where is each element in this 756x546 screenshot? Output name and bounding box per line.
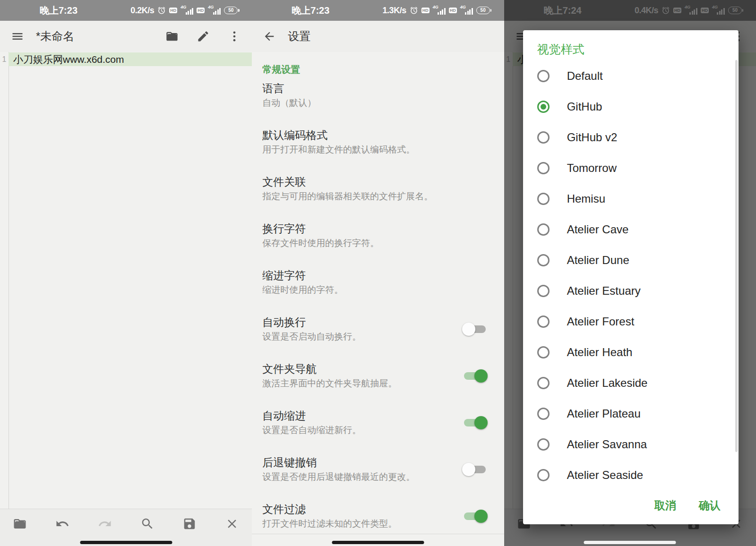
code-line-1[interactable]: 1 小刀娱乐网www.x6d.com [0, 52, 252, 66]
gutter-divider [9, 52, 9, 509]
line-number: 1 [0, 55, 9, 64]
hd-icon: HD [421, 8, 430, 13]
style-option[interactable]: Tomorrow [523, 153, 739, 183]
save-icon [182, 517, 197, 531]
search-button[interactable] [140, 517, 155, 531]
radio-button[interactable] [537, 469, 550, 481]
panel-settings: 晚上7:23 1.3K/s HD 4G HD 4G 50 设置 常规设置 [252, 0, 504, 546]
style-option[interactable]: Atelier Seaside [523, 460, 739, 490]
pencil-icon [197, 30, 210, 43]
settings-item-title: 缩进字符 [262, 268, 486, 283]
radio-button[interactable] [537, 316, 550, 328]
toggle-switch[interactable] [463, 370, 487, 382]
status-bar: 晚上7:23 0.2K/s HD 4G HD 4G 50 [0, 0, 252, 21]
toggle-switch[interactable] [463, 511, 487, 522]
settings-item-subtitle: 保存文件时使用的换行字符。 [262, 237, 486, 249]
settings-item[interactable]: 缩进字符 缩进时使用的字符。 [252, 263, 504, 309]
cancel-button[interactable]: 取消 [654, 498, 676, 513]
settings-item[interactable]: 换行字符 保存文件时使用的换行字符。 [252, 216, 504, 263]
radio-button[interactable] [537, 254, 550, 266]
network-speed: 1.3K/s [383, 6, 406, 16]
settings-item[interactable]: 默认编码格式 用于打开和新建文件的默认编码格式。 [252, 122, 504, 169]
edit-mode-button[interactable] [196, 29, 210, 43]
settings-list-container: 常规设置 语言 自动（默认） 默认编码格式 用于打开和新建文件的默认编码格式。 [252, 52, 504, 546]
radio-button[interactable] [537, 193, 550, 205]
style-option[interactable]: Atelier Dune [523, 245, 739, 275]
battery-icon: 50 [224, 7, 238, 14]
radio-button[interactable] [537, 70, 550, 82]
dialog-scrollbar[interactable] [735, 60, 738, 452]
settings-item-title: 文件夹导航 [262, 362, 486, 376]
settings-item[interactable]: 文件夹导航 激活主界面中的文件夹导航抽屉。 [252, 356, 504, 403]
settings-item-title: 默认编码格式 [262, 128, 486, 143]
hamburger-icon [11, 30, 24, 43]
radio-button[interactable] [537, 285, 550, 297]
settings-item[interactable]: 语言 自动（默认） [252, 76, 504, 122]
style-option[interactable]: Atelier Savanna [523, 429, 739, 460]
open-file-button[interactable] [165, 29, 179, 43]
style-option[interactable]: Atelier Forest [523, 306, 739, 337]
style-option[interactable]: Atelier Heath [523, 337, 739, 367]
settings-item-subtitle: 打开文件时过滤未知的文件类型。 [262, 518, 486, 530]
signal-icon-sim1: 4G [180, 6, 193, 15]
alarm-icon [410, 6, 418, 15]
settings-item-title: 后退键撤销 [262, 455, 486, 470]
gesture-bar[interactable] [584, 541, 676, 544]
style-option[interactable]: Atelier Estuary [523, 275, 739, 306]
style-option-label: Atelier Lakeside [567, 376, 648, 390]
settings-item-subtitle: 激活主界面中的文件夹导航抽屉。 [262, 377, 486, 390]
radio-button[interactable] [537, 101, 550, 113]
close-button[interactable] [225, 517, 239, 531]
settings-item[interactable]: 文件关联 指定与可用的编辑器相关联的文件扩展名。 [252, 169, 504, 216]
three-screenshot-strip: 晚上7:23 0.2K/s HD 4G HD 4G 50 *未命名 [0, 0, 756, 546]
document-title: *未命名 [36, 29, 74, 44]
settings-item-title: 文件过滤 [262, 502, 486, 517]
search-icon [140, 517, 155, 531]
settings-item[interactable]: 文件过滤 打开文件时过滤未知的文件类型。 [252, 496, 504, 543]
dialog-title: 视觉样式 [537, 42, 584, 57]
radio-button[interactable] [537, 162, 550, 174]
style-option[interactable]: Hemisu [523, 183, 739, 214]
radio-button[interactable] [537, 408, 550, 420]
alarm-icon [157, 6, 166, 15]
settings-item-subtitle: 自动（默认） [262, 97, 486, 109]
settings-item-title: 换行字符 [262, 222, 486, 236]
style-option-label: Tomorrow [567, 162, 617, 175]
settings-item[interactable]: 后退键撤销 设置是否使用后退键撤销最近的更改。 [252, 450, 504, 496]
hd-icon: HD [169, 8, 177, 13]
radio-button[interactable] [537, 346, 550, 358]
style-option[interactable]: Atelier Lakeside [523, 367, 739, 398]
settings-item-subtitle: 指定与可用的编辑器相关联的文件扩展名。 [262, 190, 486, 203]
redo-button[interactable] [98, 517, 112, 531]
settings-item-title: 自动缩进 [262, 409, 486, 423]
menu-button[interactable] [10, 29, 25, 43]
style-option[interactable]: GitHub [523, 91, 739, 122]
toggle-switch[interactable] [463, 324, 487, 335]
gesture-bar[interactable] [80, 541, 172, 544]
overflow-menu-button[interactable] [227, 29, 241, 43]
open-file-button[interactable] [13, 517, 27, 531]
style-option[interactable]: Atelier Cave [523, 214, 739, 245]
settings-toolbar: 设置 [252, 21, 504, 52]
back-button[interactable] [262, 29, 276, 43]
three-dots-icon [228, 30, 241, 43]
settings-item[interactable]: 自动缩进 设置是否自动缩进新行。 [252, 403, 504, 450]
settings-item[interactable]: 自动换行 设置是否启动自动换行。 [252, 309, 504, 356]
signal-icon-sim1: 4G [433, 6, 446, 15]
radio-button[interactable] [537, 223, 550, 236]
line-text: 小刀娱乐网www.x6d.com [9, 52, 252, 66]
radio-button[interactable] [537, 131, 550, 144]
toggle-switch[interactable] [463, 464, 487, 475]
toggle-switch[interactable] [463, 417, 487, 428]
gesture-bar[interactable] [332, 541, 424, 544]
style-option[interactable]: Default [523, 60, 739, 91]
style-option[interactable]: Atelier Plateau [523, 398, 739, 429]
style-option-label: Atelier Savanna [567, 438, 647, 451]
radio-button[interactable] [537, 377, 550, 389]
save-button[interactable] [182, 517, 197, 531]
style-option[interactable]: GitHub v2 [523, 122, 739, 153]
radio-button[interactable] [537, 438, 550, 451]
confirm-button[interactable]: 确认 [699, 498, 721, 513]
editor-area[interactable]: 1 小刀娱乐网www.x6d.com [0, 52, 252, 509]
undo-button[interactable] [55, 517, 69, 531]
